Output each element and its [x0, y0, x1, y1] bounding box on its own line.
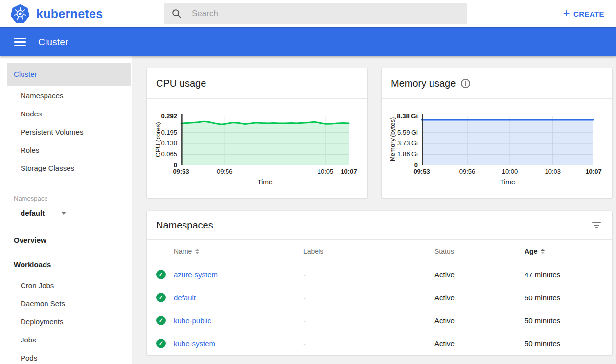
x-tick-label: 09:56 [459, 168, 476, 175]
age-cell: 47 minutes [525, 271, 612, 279]
x-tick-label: 09:53 [173, 168, 189, 175]
status-cell: Active [434, 317, 525, 325]
memory-usage-card: Memory usage i Memory (bytes) 8.38 Gi5.5… [382, 68, 612, 198]
create-button[interactable]: + CREATE [560, 0, 607, 27]
status-ok-icon: ✓ [156, 316, 166, 325]
namespace-link[interactable]: kube-public [174, 317, 211, 325]
cpu-usage-title: CPU usage [156, 78, 206, 89]
sort-icon-active [541, 249, 545, 254]
table-row: ✓ azure-system - Active 47 minutes [147, 263, 612, 286]
page-title: Cluster [38, 37, 68, 47]
brand-name: kubernetes [36, 7, 103, 21]
x-tick-label: 10:07 [341, 168, 357, 175]
brand[interactable]: kubernetes [0, 4, 103, 23]
status-ok-icon: ✓ [156, 293, 166, 302]
namespaces-title: Namespaces [156, 220, 213, 231]
y-tick-label: 5.59 Gi [397, 129, 418, 136]
x-tick-label: 10:00 [502, 168, 518, 175]
kubernetes-logo-icon [10, 4, 30, 23]
create-button-label: CREATE [573, 10, 604, 18]
main-content: CPU usage CPU (cores) 0.2920.1950.1300.0… [132, 56, 616, 364]
memory-usage-chart: Memory (bytes) 8.38 Gi5.59 Gi3.73 Gi1.86… [382, 114, 612, 186]
cpu-usage-chart: CPU (cores) 0.2920.1950.1300.0650 09:530… [147, 114, 367, 186]
x-tick-label: 10:03 [545, 168, 561, 175]
cpu-x-axis-label: Time [147, 178, 367, 186]
sidebar-item-nodes[interactable]: Nodes [0, 105, 132, 123]
search-input[interactable] [191, 8, 460, 19]
labels-cell: - [303, 317, 434, 325]
column-header-name[interactable]: Name [174, 248, 303, 255]
cpu-usage-card: CPU usage CPU (cores) 0.2920.1950.1300.0… [147, 68, 367, 198]
memory-y-axis-ticks: 8.38 Gi5.59 Gi3.73 Gi1.86 Gi0 [398, 114, 422, 165]
table-row: ✓ default - Active 50 minutes [147, 286, 612, 309]
y-tick-label: 0.292 [161, 113, 177, 120]
sidebar-item-jobs[interactable]: Jobs [0, 331, 132, 349]
age-cell: 50 minutes [525, 294, 612, 302]
y-tick-label: 3.73 Gi [397, 139, 418, 147]
table-row: ✓ kube-public - Active 50 minutes [147, 309, 612, 332]
memory-usage-title: Memory usage [391, 78, 456, 89]
cpu-x-axis-ticks: 09:5309:5610:0510:07 [181, 165, 349, 176]
sidebar-item-storage-classes[interactable]: Storage Classes [0, 159, 132, 177]
namespace-selected-value: default [21, 209, 45, 217]
status-ok-icon: ✓ [156, 339, 166, 348]
x-tick-label: 09:56 [217, 168, 233, 175]
status-cell: Active [434, 294, 525, 302]
x-tick-label: 10:07 [585, 168, 601, 175]
info-icon[interactable]: i [461, 79, 470, 88]
sidebar-item-cluster[interactable]: Cluster [7, 63, 131, 86]
y-tick-label: 0.195 [161, 129, 177, 136]
table-header-row: Name Labels Status Age [147, 239, 612, 263]
sidebar: Cluster Namespaces Nodes Persistent Volu… [0, 56, 132, 364]
namespace-link[interactable]: kube-system [174, 340, 215, 348]
status-cell: Active [434, 340, 525, 348]
sidebar-item-persistent-volumes[interactable]: Persistent Volumes [0, 123, 132, 141]
memory-y-axis-label: Memory (bytes) [387, 114, 398, 165]
x-tick-label: 10:05 [318, 168, 334, 175]
labels-cell: - [303, 271, 434, 279]
memory-plot-area [422, 114, 593, 165]
column-header-status[interactable]: Status [434, 248, 525, 255]
sidebar-item-pods[interactable]: Pods [0, 349, 132, 364]
filter-icon[interactable] [590, 220, 603, 230]
age-cell: 50 minutes [525, 340, 612, 348]
chevron-down-icon [61, 212, 66, 215]
sidebar-item-namespaces[interactable]: Namespaces [0, 87, 132, 105]
toolbar: Cluster [0, 27, 616, 56]
sidebar-item-deployments[interactable]: Deployments [0, 313, 132, 331]
namespace-selector[interactable]: default [21, 209, 66, 222]
search-bar[interactable] [164, 3, 467, 24]
y-tick-label: 1.86 Gi [397, 150, 418, 158]
hamburger-menu-icon[interactable] [14, 36, 26, 48]
plus-icon: + [563, 7, 570, 19]
age-cell: 50 minutes [525, 317, 612, 325]
column-header-labels[interactable]: Labels [303, 248, 434, 255]
y-tick-label: 0.065 [161, 150, 177, 158]
namespace-link[interactable]: default [174, 294, 196, 302]
column-header-age[interactable]: Age [525, 248, 612, 255]
sidebar-item-label: Cluster [14, 70, 37, 78]
memory-x-axis-ticks: 09:5309:5610:0010:0310:07 [422, 165, 593, 176]
sidebar-item-workloads[interactable]: Workloads [0, 255, 132, 273]
x-tick-label: 09:53 [413, 168, 430, 175]
app-header: kubernetes + CREATE [0, 0, 616, 27]
sidebar-item-roles[interactable]: Roles [0, 141, 132, 159]
namespace-link[interactable]: azure-system [174, 271, 218, 279]
search-icon [171, 8, 182, 19]
y-tick-label: 8.38 Gi [397, 113, 418, 120]
status-cell: Active [434, 271, 525, 279]
namespace-label: Namespace [0, 182, 132, 202]
labels-cell: - [303, 340, 434, 348]
memory-x-axis-label: Time [382, 178, 612, 186]
namespaces-card: Namespaces Name Labels Status Age [147, 211, 612, 355]
sidebar-item-daemon-sets[interactable]: Daemon Sets [0, 295, 132, 313]
sidebar-item-overview[interactable]: Overview [0, 231, 132, 249]
status-ok-icon: ✓ [156, 270, 166, 279]
cpu-plot-area [181, 114, 349, 165]
sort-icon [195, 249, 199, 254]
y-tick-label: 0.130 [161, 139, 177, 147]
cpu-y-axis-ticks: 0.2920.1950.1300.0650 [163, 114, 181, 165]
table-row: ✓ kube-system - Active 50 minutes [147, 332, 612, 355]
labels-cell: - [303, 294, 434, 302]
sidebar-item-cron-jobs[interactable]: Cron Jobs [0, 276, 132, 295]
